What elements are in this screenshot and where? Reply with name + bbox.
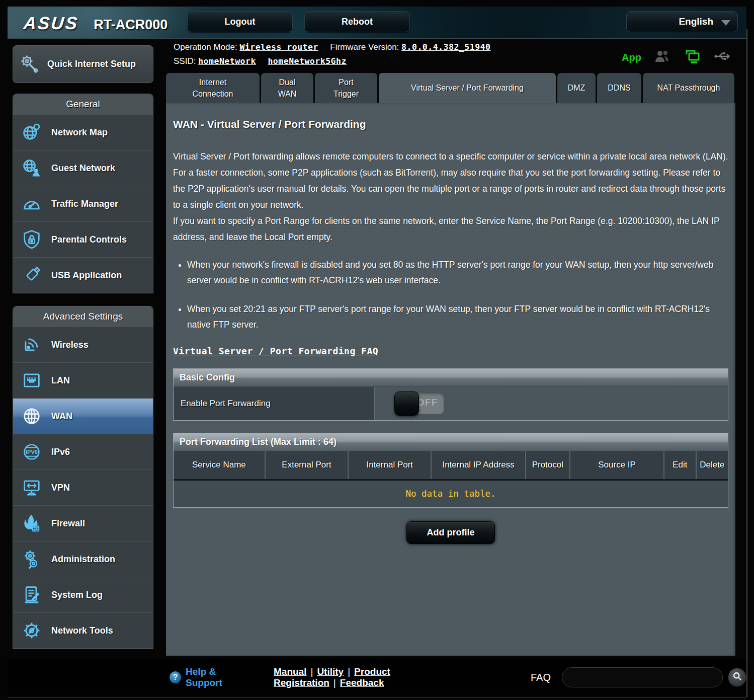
link-separator: | bbox=[344, 666, 354, 677]
traffic-manager-icon bbox=[20, 193, 43, 215]
sidebar-item-firewall[interactable]: Firewall bbox=[13, 505, 153, 541]
sidebar-item-quick-internet-setup[interactable]: Quick Internet Setup bbox=[13, 45, 153, 83]
language-dropdown[interactable]: English bbox=[626, 11, 738, 32]
group-title-advanced-settings: Advanced Settings bbox=[13, 306, 153, 327]
wan-icon bbox=[20, 405, 43, 427]
table-header-row: Service Name External Port Internal Port… bbox=[174, 451, 728, 480]
sidebar-item-wireless[interactable]: Wireless bbox=[13, 327, 153, 362]
sidebar-item-vpn[interactable]: VPN bbox=[13, 470, 153, 505]
sidebar-item-lan[interactable]: LAN bbox=[13, 362, 153, 398]
router-admin-page: ASUS RT-ACR000 Logout Reboot English Ope… bbox=[0, 0, 754, 700]
feedback-link[interactable]: Feedback bbox=[340, 677, 384, 688]
vpn-icon bbox=[20, 477, 43, 499]
ssid-5g-link[interactable]: homeNetwork5Ghz bbox=[268, 56, 347, 66]
sidebar-item-parental-controls[interactable]: Parental Controls bbox=[13, 221, 153, 257]
link-separator: | bbox=[329, 677, 340, 688]
toggle-state-label: OFF bbox=[417, 397, 438, 408]
wan-tabs: Internet Connection Dual WAN Port Trigge… bbox=[166, 73, 735, 103]
ssid-label: SSID: bbox=[174, 56, 196, 66]
sidebar-item-ipv6[interactable]: IPV6 IPv6 bbox=[13, 434, 153, 470]
sidebar-item-usb-application[interactable]: USB Application bbox=[13, 257, 153, 293]
tab-ddns[interactable]: DDNS bbox=[597, 73, 641, 103]
help-icon: ? bbox=[170, 671, 181, 683]
firmware-label: Firmware Version: bbox=[330, 42, 399, 52]
window-bottom-edge bbox=[8, 697, 746, 698]
operation-mode-line: Operation Mode: Wireless router Firmware… bbox=[174, 42, 641, 52]
basic-config-header: Basic Config bbox=[174, 369, 728, 387]
port-forwarding-list-section: Port Forwarding List (Max Limit : 64) Se… bbox=[173, 433, 728, 508]
faq-link[interactable]: Virtual Server / Port Forwarding FAQ bbox=[173, 346, 378, 356]
port-forwarding-list-header: Port Forwarding List (Max Limit : 64) bbox=[174, 433, 728, 451]
lan-icon bbox=[20, 369, 43, 392]
column-external-port: External Port bbox=[265, 451, 348, 480]
sidebar-item-wan[interactable]: WAN bbox=[13, 398, 153, 434]
tab-internet-connection[interactable]: Internet Connection bbox=[166, 73, 260, 103]
guest-network-icon bbox=[20, 157, 43, 179]
sidebar-item-network-map[interactable]: Network Map bbox=[13, 114, 153, 150]
note-item: When you set 20:21 as your FTP server's … bbox=[187, 301, 728, 333]
quick-setup-icon bbox=[18, 53, 41, 75]
sidebar-item-guest-network[interactable]: Guest Network bbox=[13, 150, 153, 186]
quick-setup-label: Quick Internet Setup bbox=[47, 58, 136, 70]
operation-mode-label: Operation Mode: bbox=[174, 42, 237, 52]
page-title: WAN - Virtual Server / Port Forwarding bbox=[173, 103, 728, 130]
app-link[interactable]: App bbox=[622, 52, 641, 63]
main-content-panel: WAN - Virtual Server / Port Forwarding V… bbox=[166, 103, 735, 656]
window-right-edge bbox=[746, 29, 747, 697]
operation-mode-link[interactable]: Wireless router bbox=[239, 42, 318, 52]
firmware-version-link[interactable]: 8.0.0.4.382_51940 bbox=[401, 42, 490, 52]
router-model: RT-ACR000 bbox=[94, 17, 167, 33]
svg-text:IPV6: IPV6 bbox=[26, 449, 38, 455]
language-value: English bbox=[679, 16, 713, 27]
column-edit: Edit bbox=[664, 451, 696, 480]
column-source-ip: Source IP bbox=[570, 451, 664, 480]
tab-port-trigger[interactable]: Port Trigger bbox=[315, 73, 377, 103]
column-internal-ip: Internal IP Address bbox=[431, 451, 525, 480]
network-tools-icon bbox=[20, 619, 43, 642]
faq-search-input[interactable] bbox=[562, 667, 723, 687]
add-profile-button[interactable]: Add profile bbox=[406, 521, 495, 544]
basic-config-section: Basic Config Enable Port Forwarding OFF bbox=[173, 368, 728, 421]
manual-link[interactable]: Manual bbox=[274, 666, 306, 677]
system-log-icon bbox=[20, 584, 43, 606]
utility-link[interactable]: Utility bbox=[317, 666, 344, 677]
description-paragraph-1: Virtual Server / Port forwarding allows … bbox=[173, 148, 728, 213]
tab-dual-wan[interactable]: Dual WAN bbox=[261, 73, 313, 103]
sidebar-item-system-log[interactable]: System Log bbox=[13, 577, 153, 612]
devices-icon[interactable] bbox=[684, 48, 702, 66]
enable-port-forwarding-toggle[interactable]: OFF bbox=[396, 393, 444, 414]
administration-icon bbox=[20, 548, 43, 570]
help-support-link[interactable]: Help & Support bbox=[186, 666, 253, 688]
description-paragraph-2: If you want to specify a Port Range for … bbox=[173, 213, 728, 245]
chevron-down-icon bbox=[721, 20, 730, 26]
notes-list: When your network's firewall is disabled… bbox=[177, 257, 728, 333]
empty-table-row: No data in table. bbox=[174, 480, 728, 507]
wireless-icon bbox=[20, 334, 43, 356]
tab-dmz[interactable]: DMZ bbox=[557, 73, 596, 103]
enable-port-forwarding-label: Enable Port Forwarding bbox=[174, 387, 375, 420]
tab-nat-passthrough[interactable]: NAT Passthrough bbox=[643, 73, 734, 103]
reboot-button[interactable]: Reboot bbox=[304, 11, 410, 32]
footer-bar: ? Help & Support Manual|Utility|Product … bbox=[8, 659, 746, 695]
usb-icon[interactable] bbox=[714, 50, 733, 65]
clients-icon[interactable] bbox=[653, 49, 672, 66]
sidebar-item-traffic-manager[interactable]: Traffic Manager bbox=[13, 186, 153, 221]
top-banner: ASUS RT-ACR000 Logout Reboot English bbox=[8, 7, 746, 39]
faq-search-button[interactable] bbox=[728, 668, 746, 687]
footer-links: Manual|Utility|Product Registration|Feed… bbox=[274, 666, 494, 688]
sidebar-group-advanced-settings: Advanced Settings Wireless LAN bbox=[13, 306, 153, 649]
toggle-knob[interactable] bbox=[394, 392, 419, 416]
tab-virtual-server-port-forwarding[interactable]: Virtual Server / Port Forwarding bbox=[379, 73, 556, 103]
column-protocol: Protocol bbox=[526, 451, 570, 480]
logout-button[interactable]: Logout bbox=[187, 11, 293, 32]
column-internal-port: Internal Port bbox=[348, 451, 431, 480]
ipv6-icon: IPV6 bbox=[20, 441, 43, 463]
search-icon bbox=[732, 671, 743, 684]
parental-controls-icon bbox=[20, 228, 43, 251]
status-infobar: Operation Mode: Wireless router Firmware… bbox=[174, 42, 641, 70]
column-service-name: Service Name bbox=[174, 451, 265, 480]
sidebar-item-administration[interactable]: Administration bbox=[13, 541, 153, 577]
enable-port-forwarding-row: Enable Port Forwarding OFF bbox=[174, 387, 728, 420]
sidebar-item-network-tools[interactable]: Network Tools bbox=[13, 612, 153, 648]
ssid-24g-link[interactable]: homeNetwork bbox=[198, 56, 256, 66]
